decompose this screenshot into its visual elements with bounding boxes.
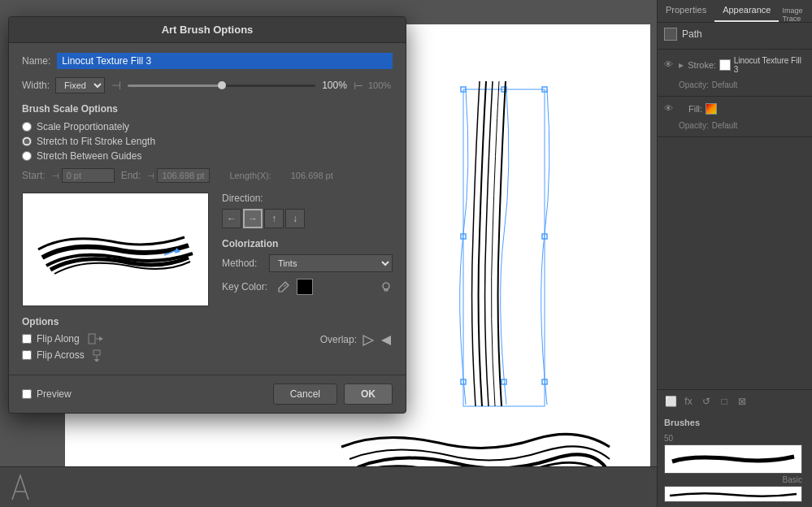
method-select[interactable]: None Tints Tints and Shades Hue Shift bbox=[269, 254, 393, 272]
flip-across-checkbox[interactable] bbox=[22, 350, 32, 360]
ok-button[interactable]: OK bbox=[344, 384, 393, 405]
options-title: Options bbox=[22, 316, 393, 327]
direction-row: Direction: ← → ↑ ↓ bbox=[222, 193, 393, 228]
stroke-label: Stroke: bbox=[688, 60, 716, 70]
dialog-body: Name: Width: Fixed ⊣ 100% ⊢ 100% Brush S… bbox=[9, 43, 406, 375]
dir-btn-down[interactable]: ↓ bbox=[285, 209, 305, 228]
flip-across-icon bbox=[93, 349, 109, 362]
stretch-fit-row: Stretch to Fit Stroke Length bbox=[22, 136, 393, 147]
width-label: Width: bbox=[22, 80, 50, 91]
end-field: ⊣ bbox=[147, 168, 210, 183]
svg-marker-15 bbox=[99, 336, 103, 341]
overlap-icon-2[interactable] bbox=[380, 334, 393, 347]
preview-checkbox[interactable] bbox=[22, 389, 32, 399]
width-end-value: 100% bbox=[368, 80, 393, 90]
end-icon: ⊣ bbox=[147, 171, 154, 180]
bottom-strip bbox=[0, 466, 657, 507]
preview-checkbox-row: Preview bbox=[22, 388, 72, 400]
preview-svg bbox=[26, 197, 205, 302]
width-select[interactable]: Fixed bbox=[55, 77, 105, 93]
reset-icon[interactable]: ↺ bbox=[700, 395, 713, 408]
divider-1 bbox=[658, 49, 812, 50]
stroke-expand-icon[interactable]: ▶ bbox=[679, 62, 685, 69]
panel-tabs: Properties Appearance Image Trace bbox=[658, 0, 812, 23]
path-header: Path bbox=[658, 23, 812, 46]
fill-row: 👁 Fill: bbox=[658, 100, 812, 118]
dir-btn-right[interactable]: → bbox=[243, 209, 263, 228]
stroke-opacity-label: Opacity: bbox=[679, 80, 709, 89]
stroke-row: 👁 ▶ Stroke: Linocut Texture Fill 3 bbox=[658, 53, 812, 77]
dir-btn-up[interactable]: ↑ bbox=[264, 209, 284, 228]
width-value: 100% bbox=[320, 80, 349, 91]
panel-bottom: ⬜ fx ↺ □ ⊠ Brushes 50 Basic bbox=[658, 389, 812, 507]
cancel-button[interactable]: Cancel bbox=[273, 384, 337, 405]
width-icon-left: ⊣ bbox=[111, 79, 121, 92]
svg-point-12 bbox=[383, 283, 389, 289]
brush-preview-svg bbox=[668, 447, 798, 471]
direction-label: Direction: bbox=[222, 193, 393, 204]
fill-visibility-icon[interactable]: 👁 bbox=[664, 103, 675, 115]
width-slider[interactable] bbox=[128, 84, 315, 87]
flip-along-label: Flip Along bbox=[37, 333, 80, 344]
direction-colorization: Direction: ← → ↑ ↓ Colorization Method: … bbox=[222, 193, 393, 306]
panel-icon-5[interactable]: ⊠ bbox=[736, 395, 749, 408]
fill-swatch[interactable] bbox=[706, 103, 717, 115]
stroke-visibility-icon[interactable]: 👁 bbox=[664, 59, 675, 71]
name-row: Name: bbox=[22, 53, 393, 69]
stretch-between-label: Stretch Between Guides bbox=[37, 150, 141, 162]
eyedropper-icon[interactable] bbox=[277, 280, 290, 293]
panel-icon-4[interactable]: □ bbox=[718, 395, 731, 408]
svg-rect-0 bbox=[463, 89, 545, 406]
divider-2 bbox=[658, 96, 812, 97]
stretch-between-row: Stretch Between Guides bbox=[22, 150, 393, 162]
scale-prop-radio[interactable] bbox=[22, 122, 32, 132]
brush-preview[interactable] bbox=[664, 444, 802, 474]
overlap-icon-1[interactable] bbox=[362, 334, 375, 347]
flip-along-checkbox[interactable] bbox=[22, 334, 32, 344]
stroke-swatch[interactable] bbox=[719, 59, 731, 71]
length-value: 106.698 pt bbox=[291, 171, 333, 180]
brush-strip[interactable] bbox=[664, 486, 802, 502]
name-input[interactable] bbox=[57, 53, 393, 69]
stretch-fit-radio[interactable] bbox=[22, 136, 32, 146]
stretch-fit-label: Stretch to Fit Stroke Length bbox=[37, 136, 155, 147]
length-label: Length(X): bbox=[229, 171, 271, 180]
footer-buttons: Cancel OK bbox=[273, 384, 393, 405]
svg-rect-13 bbox=[89, 334, 95, 344]
options-section: Options Flip Along Flip Acros bbox=[22, 316, 393, 365]
new-layer-icon[interactable]: ⬜ bbox=[664, 395, 677, 408]
start-input[interactable] bbox=[62, 168, 115, 183]
flip-along-row: Flip Along bbox=[22, 332, 307, 345]
overlap-label: Overlap: bbox=[320, 334, 357, 345]
end-input[interactable] bbox=[157, 168, 210, 183]
stroke-opacity-row: Opacity: Default bbox=[658, 77, 812, 93]
svg-rect-16 bbox=[93, 350, 100, 355]
divider-3 bbox=[658, 136, 812, 137]
direction-buttons: ← → ↑ ↓ bbox=[222, 209, 393, 228]
brushes-area: 50 Basic bbox=[658, 431, 812, 507]
fill-label: Fill: bbox=[688, 104, 702, 114]
stretch-between-radio[interactable] bbox=[22, 151, 32, 161]
colorization-title: Colorization bbox=[222, 238, 393, 249]
svg-line-11 bbox=[284, 284, 286, 287]
fx-icon[interactable]: fx bbox=[682, 395, 695, 408]
key-color-swatch[interactable] bbox=[297, 279, 313, 295]
start-field: ⊣ bbox=[52, 168, 115, 183]
brush-strip-svg bbox=[668, 488, 798, 500]
dialog: Art Brush Options Name: Width: Fixed ⊣ 1… bbox=[8, 16, 406, 414]
preview-direction-container: Direction: ← → ↑ ↓ Colorization Method: … bbox=[22, 193, 393, 306]
dir-btn-left[interactable]: ← bbox=[222, 209, 241, 228]
tab-image-trace[interactable]: Image Trace bbox=[779, 0, 812, 22]
fill-opacity-value: Default bbox=[712, 121, 738, 130]
tab-appearance[interactable]: Appearance bbox=[714, 0, 779, 22]
flip-col: Flip Along Flip Across bbox=[22, 332, 307, 365]
right-panel: Properties Appearance Image Trace Path 👁… bbox=[657, 0, 812, 507]
end-label: End: bbox=[121, 170, 141, 181]
tab-properties[interactable]: Properties bbox=[658, 0, 714, 22]
lightbulb-icon[interactable] bbox=[380, 280, 393, 293]
colorization-section: Colorization Method: None Tints Tints an… bbox=[222, 238, 393, 295]
dialog-title: Art Brush Options bbox=[9, 17, 406, 43]
brush-number: 50 bbox=[664, 434, 805, 443]
path-icon bbox=[664, 28, 677, 41]
path-label: Path bbox=[682, 28, 702, 40]
